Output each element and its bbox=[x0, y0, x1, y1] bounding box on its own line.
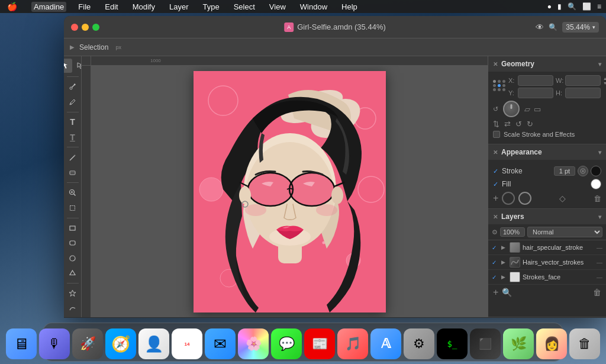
zoom-level[interactable]: 35.44% ▾ bbox=[562, 22, 599, 33]
menu-select[interactable]: Select bbox=[231, 2, 257, 12]
star-tool-button[interactable] bbox=[66, 287, 80, 299]
circle-filled-button[interactable] bbox=[518, 192, 531, 205]
rotate-icon[interactable]: ↺ bbox=[493, 105, 498, 113]
pen-tool-button[interactable] bbox=[66, 80, 80, 93]
stroke-weight-input[interactable] bbox=[554, 166, 575, 176]
menu-layer[interactable]: Layer bbox=[167, 2, 191, 12]
minimize-button[interactable] bbox=[82, 24, 89, 31]
rotate-cw-icon[interactable]: ↻ bbox=[527, 120, 533, 128]
multiwindow-icon[interactable]: ⬜ bbox=[582, 2, 591, 11]
dock-finder[interactable]: 🖥 bbox=[6, 328, 37, 359]
layer-visibility-check-2[interactable]: ✓ bbox=[492, 259, 499, 266]
rotate-ccw-icon[interactable]: ↺ bbox=[515, 120, 522, 128]
dock-calendar[interactable]: 14 bbox=[172, 328, 202, 359]
anchor-tc[interactable] bbox=[498, 80, 501, 83]
add-effect-button[interactable]: + bbox=[493, 193, 498, 204]
rectangle-icon[interactable]: ▭ bbox=[534, 105, 541, 114]
dock-siri[interactable]: 🎙 bbox=[39, 328, 70, 359]
search-layers-button[interactable]: 🔍 bbox=[502, 288, 512, 297]
menu-window[interactable]: Window bbox=[298, 2, 330, 12]
dock-system-prefs[interactable]: ⚙ bbox=[404, 328, 434, 359]
layer-lock-icon-3[interactable]: — bbox=[597, 274, 602, 281]
anchor-bc[interactable] bbox=[498, 88, 501, 91]
layers-header[interactable]: ✕ Layers ▾ bbox=[488, 209, 606, 224]
anchor-mr[interactable] bbox=[502, 84, 505, 87]
polygon-tool-button[interactable] bbox=[66, 267, 80, 279]
layer-item-hairs-vector[interactable]: ✓ ▶ Hairs_vector_strokes — bbox=[488, 255, 606, 270]
eraser-tool-button[interactable] bbox=[66, 166, 80, 179]
canvas-area[interactable]: 1000 bbox=[82, 56, 488, 317]
stroke-check-icon[interactable]: ✓ bbox=[493, 167, 498, 175]
dock-terminal[interactable]: $_ bbox=[437, 328, 468, 359]
geometry-close-icon[interactable]: ✕ bbox=[493, 61, 498, 67]
layer-item-strokes-face[interactable]: ✓ ▶ Strokes_face — bbox=[488, 270, 606, 285]
layer-item-hair-specular[interactable]: ✓ ▶ hair_specular_stroke — bbox=[488, 240, 606, 255]
zoom-out-icon[interactable]: 🔍 bbox=[549, 23, 557, 31]
opacity-input[interactable] bbox=[500, 227, 525, 237]
layer-lock-icon-2[interactable]: — bbox=[597, 259, 602, 266]
dock-appstore[interactable]: 𝔸 bbox=[370, 328, 401, 359]
search-icon[interactable]: 🔍 bbox=[568, 2, 576, 11]
layers-settings-icon[interactable]: ⚙ bbox=[492, 228, 498, 236]
rounded-rect-tool-button[interactable] bbox=[66, 237, 80, 249]
menu-type[interactable]: Type bbox=[201, 2, 222, 12]
x-input[interactable] bbox=[518, 75, 553, 86]
dock-contacts[interactable]: 👤 bbox=[138, 328, 169, 359]
w-stepper[interactable]: ▲▼ bbox=[603, 76, 606, 85]
stroke-settings-button[interactable] bbox=[578, 166, 588, 176]
pencil-tool-button[interactable] bbox=[66, 95, 80, 108]
stroke-color-swatch[interactable] bbox=[591, 166, 601, 176]
menu-modify[interactable]: Modify bbox=[130, 2, 157, 12]
layers-close-icon[interactable]: ✕ bbox=[493, 214, 498, 220]
anchor-br[interactable] bbox=[502, 88, 505, 91]
appearance-chevron-icon[interactable]: ▾ bbox=[598, 149, 601, 156]
arrow-tool-button[interactable] bbox=[64, 59, 72, 73]
dock-photo-viewer[interactable]: 👩 bbox=[536, 328, 567, 359]
eye-icon[interactable]: 👁 bbox=[536, 22, 544, 32]
dock-photos[interactable]: 🌸 bbox=[238, 328, 269, 359]
w-input[interactable] bbox=[565, 75, 601, 86]
layer-expand-icon-3[interactable]: ▶ bbox=[501, 274, 507, 280]
delete-layer-button[interactable]: 🗑 bbox=[593, 288, 601, 297]
blend-mode-select[interactable]: Normal bbox=[527, 227, 602, 237]
y-input[interactable] bbox=[518, 88, 553, 98]
fill-color-swatch[interactable] bbox=[591, 179, 601, 189]
fullscreen-button[interactable] bbox=[92, 24, 99, 31]
h-input[interactable] bbox=[565, 88, 601, 98]
anchor-ml[interactable] bbox=[493, 84, 496, 87]
scale-stroke-checkbox[interactable] bbox=[493, 131, 500, 138]
direct-select-tool-button[interactable] bbox=[73, 59, 82, 73]
dock-music[interactable]: 🎵 bbox=[337, 328, 368, 359]
add-layer-button[interactable]: + bbox=[493, 287, 498, 298]
menu-file[interactable]: File bbox=[76, 2, 93, 12]
toolbar-expand-icon[interactable]: ▶ bbox=[70, 44, 75, 50]
anchor-bl[interactable] bbox=[493, 88, 496, 91]
curve-tool-button[interactable] bbox=[66, 302, 80, 315]
control-center-icon[interactable]: ≡ bbox=[597, 2, 601, 11]
menu-app-name[interactable]: Amadine bbox=[31, 2, 66, 12]
apple-menu[interactable]: 🍎 bbox=[5, 1, 20, 12]
crop-tool-button[interactable] bbox=[66, 201, 80, 214]
parallelogram-icon[interactable]: ▱ bbox=[524, 105, 530, 114]
layer-visibility-check-1[interactable]: ✓ bbox=[492, 244, 499, 251]
anchor-mc[interactable] bbox=[498, 84, 501, 87]
dock-trash[interactable]: 🗑 bbox=[569, 328, 600, 359]
appearance-close-icon[interactable]: ✕ bbox=[493, 149, 498, 156]
layers-chevron-icon[interactable]: ▾ bbox=[598, 214, 601, 220]
close-button[interactable] bbox=[71, 24, 78, 31]
knife-tool-button[interactable] bbox=[66, 151, 80, 163]
rectangle-tool-button[interactable] bbox=[66, 222, 80, 234]
anchor-grid[interactable] bbox=[493, 80, 506, 91]
fill-check-icon[interactable]: ✓ bbox=[493, 181, 498, 188]
anchor-tr[interactable] bbox=[502, 80, 505, 83]
menu-view[interactable]: View bbox=[267, 2, 288, 12]
circle-outline-button[interactable] bbox=[502, 192, 515, 205]
geometry-chevron-icon[interactable]: ▾ bbox=[598, 61, 601, 67]
dock-mail[interactable]: ✉ bbox=[205, 328, 236, 359]
layer-expand-icon-1[interactable]: ▶ bbox=[501, 244, 507, 250]
geometry-header[interactable]: ✕ Geometry ▾ bbox=[488, 56, 606, 72]
flip-h-icon[interactable]: ⇅ bbox=[493, 120, 499, 128]
anchor-tl[interactable] bbox=[493, 80, 496, 83]
delete-effect-button[interactable]: 🗑 bbox=[594, 194, 601, 203]
dock-spectacle[interactable]: 🌿 bbox=[503, 328, 534, 359]
